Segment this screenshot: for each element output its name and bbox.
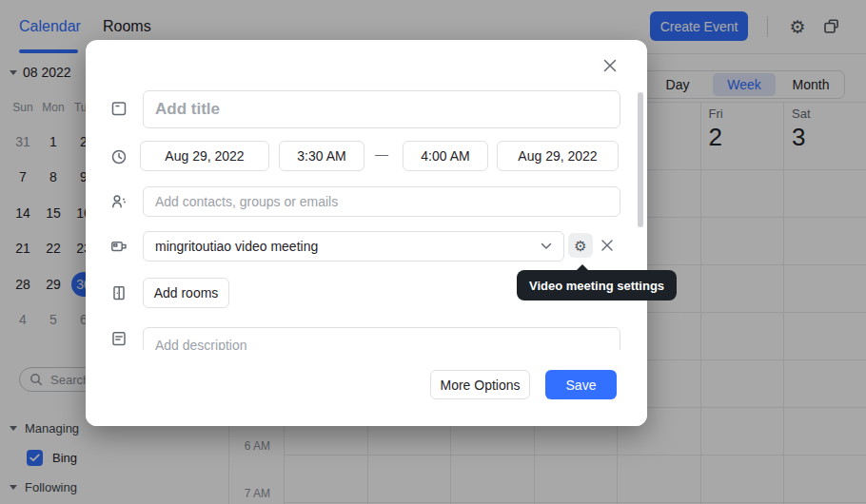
add-rooms-button[interactable]: Add rooms — [143, 278, 229, 308]
description-icon — [110, 330, 129, 349]
video-camera-icon — [110, 238, 129, 257]
save-button[interactable]: Save — [545, 370, 617, 399]
chevron-down-icon — [541, 242, 552, 250]
modal-scrollbar[interactable] — [638, 92, 643, 227]
more-options-button[interactable]: More Options — [430, 370, 530, 399]
video-meeting-select[interactable]: mingritoutiao video meeting — [143, 231, 564, 262]
event-title-icon — [110, 100, 129, 119]
start-time-button[interactable]: 3:30 AM — [279, 141, 364, 171]
contacts-input[interactable] — [143, 186, 620, 217]
remove-video-meeting-icon[interactable] — [599, 237, 616, 254]
end-time-button[interactable]: 4:00 AM — [403, 141, 488, 171]
event-title-input[interactable] — [143, 90, 620, 128]
end-date-button[interactable]: Aug 29, 2022 — [497, 141, 619, 171]
create-event-modal: Aug 29, 2022 3:30 AM — 4:00 AM Aug 29, 2… — [86, 40, 647, 426]
video-meeting-settings-button[interactable]: ⚙ — [568, 233, 593, 258]
video-meeting-settings-tooltip: Video meeting settings — [517, 270, 677, 300]
tooltip-caret — [576, 264, 589, 271]
clock-icon — [110, 148, 129, 167]
room-door-icon — [110, 284, 129, 303]
contacts-icon — [110, 193, 129, 212]
start-date-button[interactable]: Aug 29, 2022 — [140, 141, 269, 171]
modal-footer: More Options Save — [86, 350, 647, 426]
calendar-app: Calendar Rooms Create Event ⚙ 08 2022 Su… — [0, 0, 866, 504]
video-meeting-value: mingritoutiao video meeting — [155, 239, 541, 254]
close-icon[interactable] — [600, 56, 620, 75]
time-range-separator: — — [367, 146, 396, 162]
